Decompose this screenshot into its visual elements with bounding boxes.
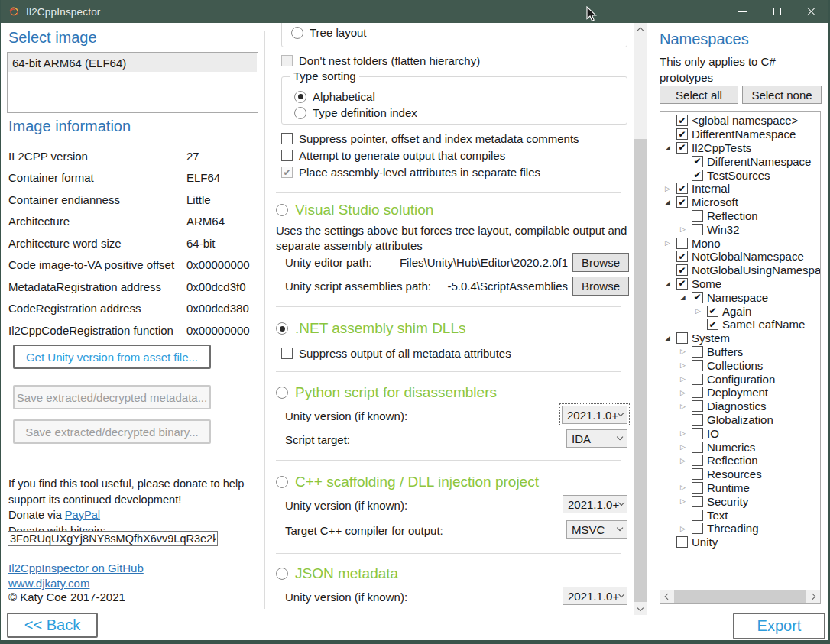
cpp-unity-version-dropdown[interactable]: 2021.1.0+	[563, 495, 627, 513]
namespace-checkbox[interactable]	[692, 496, 703, 507]
tree-item-configuration[interactable]: Configuration	[660, 372, 820, 386]
tree-item-collections[interactable]: Collections	[660, 358, 820, 372]
tree-item-runtime[interactable]: Runtime	[660, 481, 820, 495]
namespace-checkbox[interactable]	[692, 170, 703, 181]
namespace-checkbox[interactable]	[692, 482, 703, 494]
collapse-icon[interactable]	[662, 335, 673, 341]
namespace-checkbox[interactable]	[676, 536, 688, 548]
tree-item-testsources[interactable]: TestSources	[660, 168, 820, 182]
namespace-checkbox[interactable]	[692, 523, 703, 534]
expand-icon[interactable]	[677, 497, 689, 505]
namespace-checkbox[interactable]	[692, 414, 703, 426]
scrollbar-thumb[interactable]	[634, 139, 647, 602]
image-list-item[interactable]: 64-bit ARM64 (ELF64)	[8, 53, 257, 72]
radio-tree-layout[interactable]: Tree layout	[291, 26, 366, 39]
namespace-checkbox[interactable]	[676, 251, 688, 262]
tree-item-deployment[interactable]: Deployment	[660, 386, 820, 400]
tree-item-microsoft[interactable]: Microsoft	[660, 196, 820, 209]
tree-item-internal[interactable]: Internal	[660, 182, 820, 196]
checkbox-attempt-compile[interactable]: Attempt to generate output that compiles	[281, 149, 505, 162]
tree-item-system[interactable]: System	[660, 332, 820, 345]
cpp-compiler-dropdown[interactable]: MSVC	[566, 520, 627, 539]
namespace-checkbox[interactable]	[676, 238, 688, 249]
browse-editor-path-button[interactable]: Browse	[572, 253, 629, 272]
tree-item-io[interactable]: IO	[660, 426, 820, 440]
json-unity-version-dropdown[interactable]: 2021.1.0+	[563, 587, 627, 605]
namespace-checkbox[interactable]	[676, 196, 688, 208]
namespace-checkbox[interactable]	[692, 156, 703, 167]
checkbox-separate-attributes[interactable]: Place assembly-level attributes in separ…	[281, 166, 540, 179]
radio-type-definition-index[interactable]: Type definition index	[294, 106, 417, 119]
radio-alphabetical[interactable]: Alphabetical	[294, 90, 375, 103]
scroll-right-button[interactable]	[807, 590, 820, 603]
tree-item-reflection[interactable]: Reflection	[660, 454, 820, 468]
radio-dotnet-shim-dlls[interactable]: .NET assembly shim DLLs	[276, 320, 466, 337]
tree-item-threading[interactable]: Threading	[660, 522, 820, 536]
namespace-checkbox[interactable]	[692, 468, 703, 480]
namespace-checkbox[interactable]	[676, 278, 688, 290]
radio-visual-studio-solution[interactable]: Visual Studio solution	[276, 202, 433, 218]
namespace-checkbox[interactable]	[692, 400, 703, 412]
expand-icon[interactable]	[677, 525, 689, 532]
minimize-button[interactable]	[725, 0, 760, 23]
namespace-checkbox[interactable]	[692, 346, 703, 358]
expand-icon[interactable]	[677, 375, 689, 383]
tree-item-numerics[interactable]: Numerics	[660, 440, 820, 454]
expand-icon[interactable]	[677, 361, 689, 369]
collapse-icon[interactable]	[677, 294, 689, 301]
scroll-left-button[interactable]	[660, 590, 673, 603]
namespace-checkbox[interactable]	[692, 442, 703, 453]
namespace-checkbox[interactable]	[692, 428, 703, 439]
checkbox-suppress-comments[interactable]: Suppress pointer, offset and index metad…	[281, 132, 579, 145]
radio-json-metadata[interactable]: JSON metadata	[276, 565, 398, 582]
paypal-link[interactable]: PayPal	[65, 509, 100, 521]
expand-icon[interactable]	[677, 443, 689, 451]
expand-icon[interactable]	[677, 225, 689, 233]
unity-script-assemblies-value[interactable]: -5.0.4\ScriptAssemblies	[380, 280, 568, 293]
get-unity-version-button[interactable]: Get Unity version from asset file...	[13, 345, 211, 369]
tree-item-notglobalusingnamespace[interactable]: NotGlobalUsingNamespace	[660, 264, 820, 277]
tree-item-il2cpptests[interactable]: Il2CppTests	[660, 141, 820, 155]
namespace-checkbox[interactable]	[692, 210, 703, 222]
namespace-checkbox[interactable]	[676, 142, 688, 154]
namespace-checkbox[interactable]	[692, 387, 703, 398]
tree-item-buffers[interactable]: Buffers	[660, 345, 820, 359]
namespace-checkbox[interactable]	[692, 224, 703, 235]
collapse-icon[interactable]	[662, 144, 673, 151]
image-listbox[interactable]: 64-bit ARM64 (ELF64)	[7, 52, 258, 113]
tree-item-win32[interactable]: Win32	[660, 222, 820, 236]
expand-icon[interactable]	[662, 239, 673, 247]
expand-icon[interactable]	[692, 307, 704, 315]
radio-python-script[interactable]: Python script for disassemblers	[276, 384, 497, 401]
namespace-checkbox[interactable]	[676, 183, 688, 194]
tree-item-differentnamespace[interactable]: DifferentNamespace	[660, 128, 820, 141]
bitcoin-address-input[interactable]	[8, 531, 218, 546]
namespace-checkbox[interactable]	[692, 510, 703, 521]
expand-icon[interactable]	[677, 457, 689, 464]
tree-scrollbar-thumb[interactable]	[674, 590, 806, 603]
tree-item-text[interactable]: Text	[660, 508, 820, 522]
tree-horizontal-scrollbar[interactable]	[660, 590, 820, 603]
tree-item-mono[interactable]: Mono	[660, 236, 820, 250]
unity-editor-path-value[interactable]: Files\Unity\Hub\Editor\2020.2.0f1	[380, 256, 568, 269]
namespace-checkbox[interactable]	[692, 360, 703, 371]
back-button[interactable]: << Back	[7, 613, 98, 638]
select-all-button[interactable]: Select all	[660, 86, 738, 104]
options-scrollbar[interactable]	[634, 23, 647, 615]
tree-item-some[interactable]: Some	[660, 277, 820, 291]
checkbox-dont-nest-folders[interactable]: Don't nest folders (flatten hierarchy)	[281, 54, 480, 67]
namespace-checkbox[interactable]	[707, 319, 718, 330]
tree-item-security[interactable]: Security	[660, 494, 820, 508]
collapse-icon[interactable]	[662, 280, 673, 287]
github-link[interactable]: Il2CppInspector on GitHub	[8, 561, 144, 574]
tree-item-namespace[interactable]: Namespace	[660, 290, 820, 304]
namespace-checkbox[interactable]	[676, 115, 688, 126]
export-button[interactable]: Export	[733, 613, 825, 639]
save-metadata-button[interactable]: Save extracted/decrypted metadata...	[13, 385, 211, 409]
checkbox-suppress-metadata-attributes[interactable]: Suppress output of all metadata attribut…	[281, 347, 511, 360]
namespace-checkbox[interactable]	[692, 292, 703, 303]
collapse-icon[interactable]	[662, 199, 673, 205]
tree-item-differentnamespace[interactable]: DifferentNamespace	[660, 154, 820, 168]
expand-icon[interactable]	[677, 429, 689, 437]
save-binary-button[interactable]: Save extracted/decrypted binary...	[13, 419, 211, 444]
